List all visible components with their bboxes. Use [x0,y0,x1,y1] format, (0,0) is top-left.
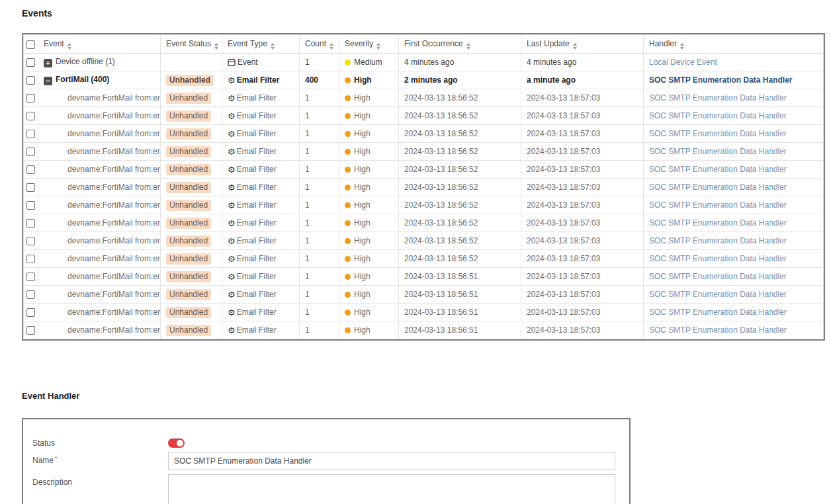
table-row: −FortiMail (400)Unhandled⚙Email Filter40… [24,71,824,89]
sort-icon[interactable] [329,43,333,50]
severity-dot-icon [345,292,351,298]
row-checkbox[interactable] [26,165,35,174]
handler-link[interactable]: SOC SMTP Enumeration Data Handler [649,75,793,85]
column-header-label[interactable]: Severity [345,39,373,48]
gear-icon: ⚙ [228,308,236,317]
status-toggle[interactable] [168,439,185,448]
severity-dot-icon [345,95,351,101]
column-header-label[interactable]: First Occurrence [404,39,463,48]
handler-link[interactable]: SOC SMTP Enumeration Data Handler [649,308,787,317]
gear-icon: ⚙ [228,236,236,246]
name-input[interactable] [168,452,615,470]
row-checkbox[interactable] [26,58,35,67]
column-header-label[interactable]: Event [44,39,64,48]
table-row: devname:FortiMail from:enUnhandled⚙Email… [24,321,824,339]
sort-icon[interactable] [214,43,218,50]
count-value: 1 [300,268,339,286]
collapse-icon[interactable]: − [44,77,52,85]
row-checkbox[interactable] [26,112,35,120]
row-checkbox[interactable] [26,183,35,192]
column-header-label[interactable]: Event Type [228,39,267,48]
handler-link[interactable]: SOC SMTP Enumeration Data Handler [649,165,787,174]
sort-icon[interactable] [680,43,684,50]
table-row: devname:FortiMail from:enUnhandled⚙Email… [24,196,824,214]
column-header-label[interactable]: Handler [649,39,677,48]
event-name: devname:FortiMail from:en [67,272,161,281]
column-header-label[interactable]: Last Update [527,39,570,48]
row-checkbox[interactable] [26,255,35,263]
handler-link[interactable]: SOC SMTP Enumeration Data Handler [649,147,787,156]
handler-link[interactable]: SOC SMTP Enumeration Data Handler [649,290,787,299]
sort-icon[interactable] [67,43,71,50]
handler-link[interactable]: SOC SMTP Enumeration Data Handler [649,111,787,120]
handler-link[interactable]: Local Device Event [649,58,717,67]
event-type-label: Email Filter [237,254,277,263]
last-update: 2024-03-13 18:57:03 [521,143,644,161]
table-row: devname:FortiMail from:enUnhandled⚙Email… [24,304,824,321]
row-checkbox[interactable] [26,76,35,85]
row-checkbox[interactable] [26,219,35,228]
handler-link[interactable]: SOC SMTP Enumeration Data Handler [649,236,787,245]
column-header-label[interactable]: Event Status [166,39,211,48]
last-update: 2024-03-13 18:57:03 [521,107,644,125]
row-checkbox[interactable] [26,130,35,138]
severity-label: High [354,147,371,156]
row-checkbox[interactable] [26,237,35,245]
sort-icon[interactable] [573,43,577,50]
last-update: 2024-03-13 18:57:03 [521,161,644,179]
column-header-label[interactable]: Count [305,39,326,48]
first-occurrence: 2024-03-13 18:56:52 [399,89,521,107]
first-occurrence: 2024-03-13 18:56:51 [399,286,521,304]
first-occurrence: 2024-03-13 18:56:52 [399,161,521,179]
first-occurrence: 2024-03-13 18:56:52 [399,143,521,161]
event-name: devname:FortiMail from:en [67,129,161,138]
handler-link[interactable]: SOC SMTP Enumeration Data Handler [649,183,787,192]
description-input[interactable] [168,474,615,504]
event-type-label: Email Filter [237,308,277,317]
sort-icon[interactable] [271,43,275,50]
handler-link[interactable]: SOC SMTP Enumeration Data Handler [649,325,787,335]
row-checkbox[interactable] [26,147,35,156]
row-checkbox[interactable] [26,201,35,210]
severity-label: High [354,290,371,299]
row-checkbox[interactable] [26,94,35,103]
severity-label: High [354,129,371,138]
table-row: devname:FortiMail from:enUnhandled⚙Email… [24,143,824,161]
expand-icon[interactable]: + [44,59,52,67]
handler-link[interactable]: SOC SMTP Enumeration Data Handler [649,200,787,210]
calendar-icon [228,58,238,67]
count-value: 1 [300,321,339,339]
gear-icon: ⚙ [228,218,236,228]
first-occurrence: 2024-03-13 18:56:51 [399,268,521,286]
severity-dot-icon [345,220,351,226]
events-title: Events [22,0,831,19]
event-status-badge: Unhandled [166,235,211,247]
handler-link[interactable]: SOC SMTP Enumeration Data Handler [649,272,787,281]
select-all-checkbox[interactable] [26,40,35,49]
row-checkbox[interactable] [26,308,35,317]
last-update: 2024-03-13 18:57:03 [521,268,644,286]
row-checkbox[interactable] [26,290,35,299]
last-update: 2024-03-13 18:57:03 [521,286,644,304]
event-status-badge: Unhandled [166,253,211,265]
count-value: 1 [300,304,339,321]
handler-link[interactable]: SOC SMTP Enumeration Data Handler [649,129,787,138]
event-status-badge: Unhandled [166,271,211,282]
handler-link[interactable]: SOC SMTP Enumeration Data Handler [649,93,787,103]
first-occurrence: 2024-03-13 18:56:52 [399,250,521,268]
sort-icon[interactable] [466,43,470,50]
event-status-badge: Unhandled [166,164,211,175]
sort-icon[interactable] [376,43,380,50]
handler-link[interactable]: SOC SMTP Enumeration Data Handler [649,254,787,263]
row-checkbox[interactable] [26,273,35,281]
count-value: 1 [300,143,339,161]
status-label: Status [32,435,168,448]
events-table: EventEvent StatusEvent TypeCountSeverity… [23,34,824,339]
severity-dot-icon [345,274,351,280]
event-type-label: Email Filter [237,165,277,174]
row-checkbox[interactable] [26,326,35,335]
handler-link[interactable]: SOC SMTP Enumeration Data Handler [649,218,787,228]
severity-dot-icon [345,327,351,333]
last-update: 2024-03-13 18:57:03 [521,304,644,321]
event-name: FortiMail (400) [56,75,109,84]
